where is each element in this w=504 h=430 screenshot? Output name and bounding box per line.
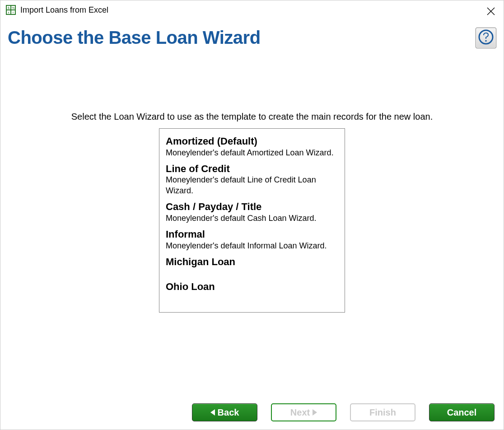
- wizard-item-title: Cash / Payday / Title: [166, 201, 338, 213]
- wizard-list-item[interactable]: Ohio Loan: [166, 279, 338, 304]
- wizard-list-item[interactable]: Michigan Loan: [166, 254, 338, 279]
- svg-text:x: x: [8, 11, 9, 14]
- wizard-list-item[interactable]: InformalMoneylender's default Informal L…: [166, 226, 338, 254]
- back-button-label: Back: [218, 407, 239, 418]
- svg-text:=: =: [12, 11, 14, 14]
- back-button[interactable]: Back: [192, 403, 257, 421]
- wizard-item-desc: [166, 293, 338, 301]
- wizard-listbox[interactable]: Amortized (Default)Moneylender's default…: [159, 128, 345, 313]
- wizard-list-item[interactable]: Amortized (Default)Moneylender's default…: [166, 133, 338, 161]
- svg-rect-12: [485, 40, 487, 42]
- wizard-item-title: Amortized (Default): [166, 135, 338, 148]
- close-button[interactable]: [486, 7, 495, 16]
- instruction-text: Select the Loan Wizard to use as the tem…: [0, 112, 504, 122]
- svg-text:$: $: [8, 6, 9, 9]
- cancel-button[interactable]: Cancel: [429, 403, 495, 421]
- page-heading: Choose the Base Loan Wizard: [8, 28, 261, 48]
- content-area: Select the Loan Wizard to use as the tem…: [0, 48, 504, 313]
- finish-button: Finish: [350, 403, 415, 421]
- wizard-item-title: Line of Credit: [166, 163, 338, 175]
- help-icon: [478, 29, 494, 47]
- window-title: Import Loans from Excel: [20, 5, 108, 15]
- wizard-item-desc: Moneylender's default Amortized Loan Wiz…: [166, 148, 338, 158]
- wizard-list-item[interactable]: Cash / Payday / TitleMoneylender's defau…: [166, 199, 338, 226]
- button-bar: Back Next Finish Cancel: [192, 403, 495, 421]
- next-button-label: Next: [290, 407, 310, 418]
- wizard-item-title: Informal: [166, 228, 338, 241]
- cancel-button-label: Cancel: [447, 407, 477, 418]
- wizard-list-item[interactable]: Line of CreditMoneylender's default Line…: [166, 161, 338, 199]
- arrow-left-icon: [210, 409, 215, 416]
- next-button[interactable]: Next: [271, 403, 336, 421]
- wizard-item-title: Michigan Loan: [166, 256, 338, 268]
- wizard-item-desc: Moneylender's default Cash Loan Wizard.: [166, 213, 338, 224]
- wizard-item-desc: Moneylender's default Line of Credit Loa…: [166, 175, 338, 196]
- app-icon: $ % x =: [6, 5, 16, 15]
- wizard-item-title: Ohio Loan: [166, 280, 338, 293]
- wizard-item-desc: [166, 268, 338, 276]
- svg-text:%: %: [12, 6, 14, 9]
- arrow-right-icon: [313, 409, 317, 416]
- wizard-item-desc: Moneylender's default Informal Loan Wiza…: [166, 241, 338, 251]
- header: Choose the Base Loan Wizard: [0, 19, 504, 48]
- titlebar: $ % x = Import Loans from Excel: [0, 0, 504, 19]
- help-button[interactable]: [476, 28, 496, 48]
- finish-button-label: Finish: [369, 407, 396, 418]
